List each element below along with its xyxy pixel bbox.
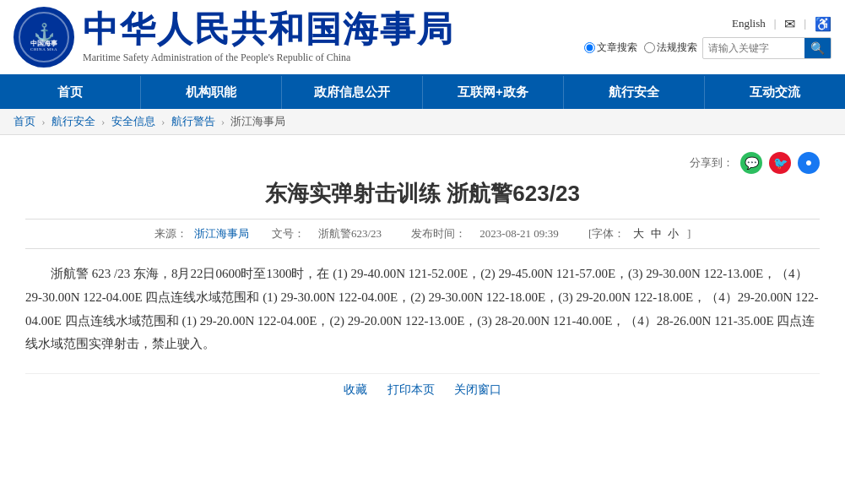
nav-item-gov-info[interactable]: 政府信息公开	[282, 76, 423, 109]
breadcrumb-home[interactable]: 首页	[14, 115, 35, 127]
nav-item-internet[interactable]: 互联网+政务	[423, 76, 564, 109]
sep2: |	[804, 17, 806, 30]
sep1: |	[774, 17, 777, 30]
search-box: 🔍	[702, 37, 831, 59]
radio-article[interactable]	[584, 42, 595, 53]
breadcrumb-current: 浙江海事局	[230, 115, 285, 127]
site-title-cn: 中华人民共和国海事局	[83, 10, 454, 49]
publish-time: 2023-08-21 09:39	[479, 227, 559, 240]
header-left: ⚓ 中国海事 CHINA MSA 中华人民共和国海事局 Maritime Saf…	[14, 7, 454, 68]
source-link[interactable]: 浙江海事局	[194, 227, 249, 240]
header-top-links: English | ✉ | ♿	[732, 16, 831, 32]
share-qq-icon[interactable]: ●	[798, 152, 820, 174]
search-type-radio-group: 文章搜索 法规搜索	[584, 41, 697, 55]
font-size-controls: [字体：大 中 小]	[582, 227, 697, 240]
source-label: 来源：浙江海事局	[148, 227, 252, 240]
time-label: 发布时间：2023-08-21 09:39	[404, 227, 568, 240]
breadcrumb-nav-warning[interactable]: 航行警告	[171, 115, 215, 127]
bc-sep3: ›	[161, 115, 165, 127]
font-medium-btn[interactable]: 中	[651, 227, 662, 240]
collect-link[interactable]: 收藏	[344, 383, 367, 396]
accessibility-icon[interactable]: ♿	[815, 16, 831, 32]
font-large-btn[interactable]: 大	[633, 227, 644, 240]
close-link[interactable]: 关闭窗口	[454, 383, 501, 396]
radio-law[interactable]	[644, 42, 655, 53]
radio-article-label[interactable]: 文章搜索	[584, 41, 637, 55]
share-wechat-icon[interactable]: 💬	[740, 152, 762, 174]
article-content: 分享到： 💬 🐦 ● 东海实弹射击训练 浙航警623/23 来源：浙江海事局 文…	[0, 135, 845, 415]
search-input[interactable]	[703, 40, 804, 57]
breadcrumb-safety[interactable]: 航行安全	[51, 115, 95, 127]
lang-switch-link[interactable]: English	[732, 17, 766, 30]
radio-law-text: 法规搜索	[657, 41, 697, 55]
share-row: 分享到： 💬 🐦 ●	[25, 152, 820, 174]
share-weibo-icon[interactable]: 🐦	[769, 152, 791, 174]
print-link[interactable]: 打印本页	[387, 383, 435, 396]
radio-law-label[interactable]: 法规搜索	[644, 41, 697, 55]
article-body: 浙航警 623 /23 东海，8月22日0600时至1300时，在 (1) 29…	[25, 263, 820, 356]
site-title-en: Maritime Safety Administration of the Pe…	[83, 51, 454, 64]
article-footer: 收藏 打印本页 关闭窗口	[25, 373, 820, 398]
bc-sep1: ›	[41, 115, 45, 127]
bc-sep2: ›	[101, 115, 105, 127]
main-nav: 首页 机构职能 政府信息公开 互联网+政务 航行安全 互动交流	[0, 76, 845, 109]
header-right: English | ✉ | ♿ 文章搜索 法规搜索 🔍	[584, 16, 831, 59]
nav-item-safety[interactable]: 航行安全	[564, 76, 705, 109]
doc-label: 文号：浙航警623/23	[265, 227, 391, 240]
radio-article-text: 文章搜索	[597, 41, 637, 55]
article-meta: 来源：浙江海事局 文号：浙航警623/23 发布时间：2023-08-21 09…	[25, 219, 820, 249]
search-button[interactable]: 🔍	[804, 38, 831, 58]
site-header: ⚓ 中国海事 CHINA MSA 中华人民共和国海事局 Maritime Saf…	[0, 0, 845, 76]
breadcrumb-safety-info[interactable]: 安全信息	[111, 115, 155, 127]
site-logo: ⚓ 中国海事 CHINA MSA	[14, 7, 74, 68]
mail-icon[interactable]: ✉	[784, 16, 795, 32]
bc-sep4: ›	[221, 115, 225, 127]
nav-item-home[interactable]: 首页	[0, 76, 141, 109]
breadcrumb: 首页 › 航行安全 › 安全信息 › 航行警告 › 浙江海事局	[0, 109, 845, 135]
article-title: 东海实弹射击训练 浙航警623/23	[25, 179, 820, 209]
font-small-btn[interactable]: 小	[668, 227, 679, 240]
header-title-block: 中华人民共和国海事局 Maritime Safety Administratio…	[83, 10, 454, 63]
nav-item-interact[interactable]: 互动交流	[705, 76, 845, 109]
doc-number: 浙航警623/23	[318, 227, 382, 240]
nav-item-org[interactable]: 机构职能	[141, 76, 282, 109]
search-row: 文章搜索 法规搜索 🔍	[584, 37, 831, 59]
share-label: 分享到：	[690, 155, 734, 171]
